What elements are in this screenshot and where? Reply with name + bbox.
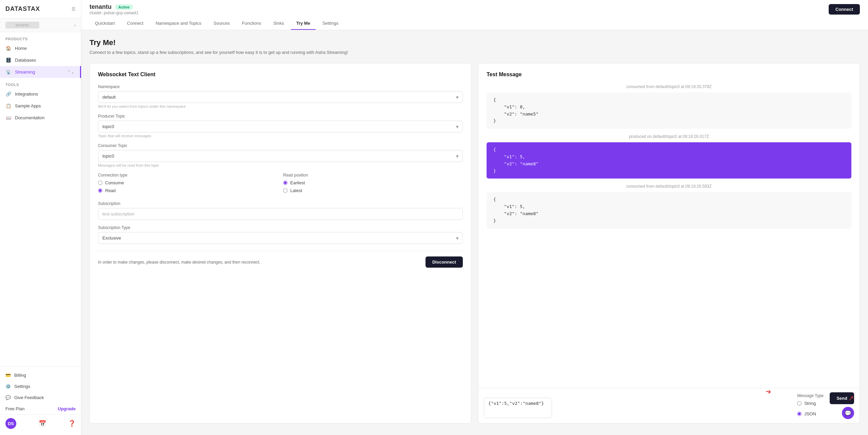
consume-label: Consume — [105, 180, 124, 185]
tab-functions[interactable]: Functions — [237, 17, 267, 30]
producer-topic-select[interactable]: topic0 — [98, 121, 463, 132]
page-content: Try Me! Connect to a few topics, stand u… — [81, 30, 868, 435]
consumer-topic-select-wrapper: topic0 ▼ — [98, 150, 463, 162]
two-column-layout: Websocket Text Client Namespace default … — [90, 63, 860, 423]
page-title: Try Me! — [90, 38, 860, 47]
message-input[interactable]: {"v1":5,"v2":"name8"} — [484, 398, 552, 418]
sidebar-item-give-feedback[interactable]: 💬 Give Feedback — [0, 392, 81, 403]
msg-1-content: { "v1": 0, "v2": "name5" } — [493, 97, 845, 125]
send-area: ↗ Send 💬 — [830, 392, 854, 419]
billing-icon: 💳 — [5, 373, 11, 378]
topbar: tenantu Active cluster: pulsar-gcp-useas… — [81, 0, 868, 30]
calendar-icon[interactable]: 📅 — [39, 420, 46, 427]
msg-type-label: Message Type — [797, 393, 824, 398]
subscription-type-select[interactable]: Exclusive — [98, 232, 463, 244]
string-type-radio[interactable] — [797, 401, 802, 406]
read-option[interactable]: Read — [98, 188, 278, 193]
latest-radio[interactable] — [283, 188, 288, 193]
msg-2-timestamp: produced on default/topic0 at 09:19:26.0… — [487, 134, 851, 139]
menu-icon[interactable]: ☰ — [72, 6, 76, 12]
tab-quickstart[interactable]: Quickstart — [90, 17, 120, 30]
sidebar-item-billing[interactable]: 💳 Billing — [0, 370, 81, 381]
subscription-group: Subscription — [98, 201, 463, 220]
sidebar-item-label: Sample Apps — [15, 103, 41, 108]
tenant-selector[interactable]: tenantu › — [0, 18, 81, 32]
disconnect-button[interactable]: Disconnect — [426, 256, 463, 268]
sidebar-item-label: Home — [15, 46, 27, 51]
active-badge: Active — [115, 4, 133, 10]
subscription-type-label: Subscription Type — [98, 225, 463, 230]
consumer-topic-select[interactable]: topic0 — [98, 150, 463, 162]
message-2: produced on default/topic0 at 09:19:26.0… — [487, 134, 851, 179]
message-input-area: ➜ {"v1":5,"v2":"name8"} Message Type Str… — [478, 388, 860, 423]
sidebar-item-sample-apps[interactable]: 📋 Sample Apps — [0, 100, 81, 112]
tenant-name: tenantu — [90, 3, 112, 11]
connect-button[interactable]: Connect — [829, 4, 860, 15]
namespace-select[interactable]: default — [98, 91, 463, 103]
subscription-type-select-wrapper: Exclusive ▼ — [98, 232, 463, 244]
msg-3-content: { "v1": 5, "v2": "name8" } — [493, 196, 845, 224]
json-type-label: JSON — [804, 411, 816, 416]
plan-label: Free Plan — [5, 406, 24, 411]
sidebar-item-documentation[interactable]: 📖 Documentation — [0, 112, 81, 124]
consumer-topic-group: Consumer Topic topic0 ▼ Messages will be… — [98, 143, 463, 167]
msg-3-timestamp: consumed from default/topic0 at 09:19:26… — [487, 184, 851, 189]
sidebar-bottom-icons: DS 📅 ❓ — [0, 414, 81, 432]
connection-type-label: Connection type — [98, 173, 278, 178]
subscription-input[interactable] — [98, 208, 463, 220]
namespace-hint: We'll let you select from topics under t… — [98, 104, 463, 108]
bottom-note: In order to make changes, please disconn… — [98, 260, 426, 265]
chat-bubble-icon[interactable]: 💬 — [842, 407, 854, 419]
sidebar-item-settings[interactable]: ⚙️ Settings — [0, 381, 81, 392]
tab-settings[interactable]: Settings — [317, 17, 344, 30]
msg-1-block: { "v1": 0, "v2": "name5" } — [487, 92, 851, 129]
namespace-group: Namespace default ▼ We'll let you select… — [98, 84, 463, 108]
sidebar-item-home[interactable]: 🏠 Home — [0, 42, 81, 54]
latest-option[interactable]: Latest — [283, 188, 463, 193]
feedback-icon: 💬 — [5, 395, 11, 400]
read-position-group: Read position Earliest Latest — [283, 173, 463, 196]
json-type-radio[interactable] — [797, 412, 802, 416]
sidebar-item-label: Streaming — [15, 69, 35, 75]
sidebar-item-streaming[interactable]: 📡 Streaming ⌃⌄ — [0, 66, 81, 78]
integrations-icon: 🔗 — [5, 91, 12, 97]
producer-topic-group: Producer Topic topic0 ▼ Topic that will … — [98, 114, 463, 138]
tab-try-me[interactable]: Try Me — [291, 17, 316, 30]
help-icon[interactable]: ❓ — [68, 420, 76, 427]
producer-topic-select-wrapper: topic0 ▼ — [98, 121, 463, 132]
consumer-topic-label: Consumer Topic — [98, 143, 463, 148]
input-wrapper: ➜ {"v1":5,"v2":"name8"} — [484, 398, 792, 419]
tab-sinks[interactable]: Sinks — [268, 17, 290, 30]
sidebar-item-label: Integrations — [15, 91, 38, 97]
upgrade-button[interactable]: Upgrade — [58, 406, 76, 411]
consume-radio[interactable] — [98, 181, 102, 185]
consumer-hint: Messages will be read from this topic — [98, 163, 463, 167]
sidebar-item-label: Databases — [15, 58, 36, 63]
topbar-top: tenantu Active cluster: pulsar-gcp-useas… — [90, 0, 860, 17]
tab-connect[interactable]: Connect — [122, 17, 149, 30]
msg-1-timestamp: consumed from default/topic0 at 09:19:20… — [487, 84, 851, 89]
earliest-label: Earliest — [290, 180, 305, 185]
json-type-option[interactable]: JSON — [797, 411, 824, 416]
sidebar-item-databases[interactable]: 🗄️ Databases — [0, 54, 81, 66]
string-type-option[interactable]: String — [797, 401, 824, 406]
test-message-card: Test Message consumed from default/topic… — [478, 63, 860, 423]
earliest-radio[interactable] — [283, 181, 288, 185]
websocket-client-card: Websocket Text Client Namespace default … — [90, 63, 471, 423]
read-label: Read — [105, 188, 116, 193]
arrow-indicator: ➜ — [765, 387, 772, 396]
page-description: Connect to a few topics, stand up a few … — [90, 50, 860, 55]
sidebar-item-label: Documentation — [15, 115, 44, 120]
earliest-option[interactable]: Earliest — [283, 180, 463, 185]
consume-option[interactable]: Consume — [98, 180, 278, 185]
sidebar-item-integrations[interactable]: 🔗 Integrations — [0, 88, 81, 100]
read-radio[interactable] — [98, 188, 102, 193]
avatar[interactable]: DS — [5, 418, 16, 429]
string-type-label: String — [804, 401, 816, 406]
tab-sources[interactable]: Sources — [208, 17, 235, 30]
tab-namespace-topics[interactable]: Namespace and Topics — [150, 17, 207, 30]
logo-text: DATASTAX — [5, 5, 40, 13]
sidebar-footer: 💳 Billing ⚙️ Settings 💬 Give Feedback Fr… — [0, 367, 81, 435]
billing-label: Billing — [14, 373, 26, 378]
tools-section-label: TOOLS — [0, 78, 81, 88]
